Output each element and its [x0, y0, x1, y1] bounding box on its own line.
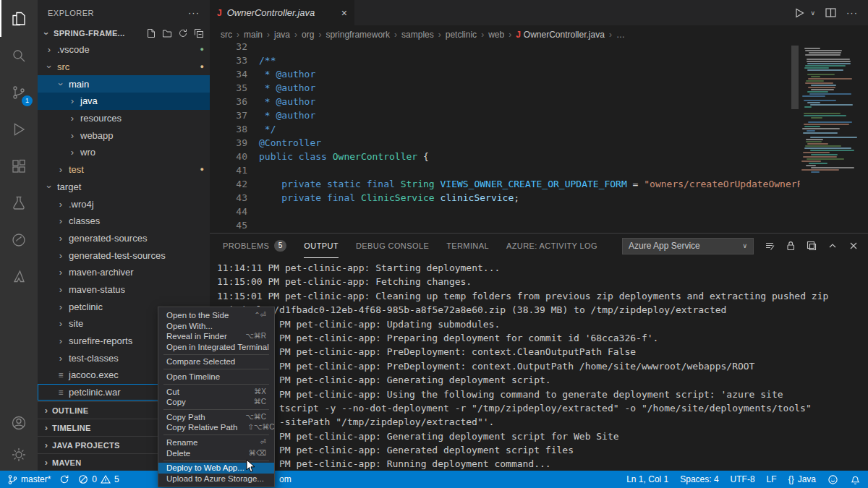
explorer-more-icon[interactable]: ··· — [188, 7, 200, 18]
breadcrumb-item-web[interactable]: web — [488, 30, 504, 40]
menu-item-rename[interactable]: Rename⏎ — [158, 437, 274, 448]
breadcrumb-more[interactable]: … — [616, 30, 625, 40]
chevron-right-icon: › — [41, 440, 52, 450]
clear-output-icon[interactable] — [764, 240, 775, 252]
panel-tab-problems[interactable]: PROBLEMS5 — [223, 234, 286, 258]
collapse-all-icon[interactable] — [194, 28, 204, 38]
source-control-icon[interactable]: 1 — [0, 74, 38, 111]
output-line: /zipdeploy/d1fbadc0-12eb-4f68-985b-a8f5e… — [217, 303, 868, 317]
breadcrumb-item-samples[interactable]: samples — [401, 30, 434, 40]
menu-item-reveal-in-finder[interactable]: Reveal in Finder⌥⌘R — [158, 331, 274, 342]
tab-ownercontroller-java[interactable]: J OwnerController.java × — [210, 0, 354, 25]
menu-item-open-with[interactable]: Open With... — [158, 321, 274, 332]
close-icon[interactable]: × — [341, 7, 347, 19]
menu-item-cut[interactable]: Cut⌘X — [158, 387, 274, 398]
git-branch-status[interactable]: master* — [7, 474, 51, 485]
menu-item-shortcut: ⇧⌥⌘C — [247, 422, 274, 433]
tree-item-java[interactable]: ›java — [38, 93, 210, 110]
line-content: * @author — [259, 81, 315, 95]
breadcrumb-item-org[interactable]: org — [302, 30, 314, 40]
line-number: 35 — [210, 81, 247, 95]
notifications-bell-icon[interactable] — [850, 474, 861, 485]
menu-item-open-to-the-side[interactable]: Open to the Side⌃⏎ — [158, 310, 274, 321]
panel-tab-output[interactable]: OUTPUT — [304, 234, 339, 258]
run-button[interactable] — [793, 7, 806, 20]
tree-item-maven-status[interactable]: ›maven-status — [38, 281, 210, 299]
menu-item-deploy-to-web-app[interactable]: Deploy to Web App... — [158, 463, 274, 474]
code-line-41: 41 — [210, 163, 868, 177]
encoding[interactable]: UTF-8 — [731, 474, 755, 484]
tree-item-classes[interactable]: ›classes — [38, 213, 210, 230]
tree-item-maven-archiver[interactable]: ›maven-archiver — [38, 264, 210, 281]
menu-item-upload-to-azure-storage[interactable]: Upload to Azure Storage... — [158, 474, 274, 484]
tree-item-wro[interactable]: ›wro — [38, 144, 210, 161]
azure-icon[interactable] — [0, 258, 38, 295]
menu-item-label: Copy Path — [166, 412, 205, 423]
account-icon[interactable] — [0, 407, 38, 439]
lock-icon[interactable] — [785, 240, 796, 252]
menu-item-delete[interactable]: Delete⌘⌫ — [158, 448, 274, 459]
panel-tab-debug-console[interactable]: DEBUG CONSOLE — [356, 234, 429, 258]
breadcrumb-item-src[interactable]: src — [221, 30, 232, 40]
cursor-position[interactable]: Ln 1, Col 1 — [626, 474, 668, 484]
menu-item-copy[interactable]: Copy⌘C — [158, 397, 274, 408]
language-mode[interactable]: {} Java — [788, 474, 816, 484]
tree-item-test[interactable]: ›test● — [38, 161, 210, 179]
panel-tab-terminal[interactable]: TERMINAL — [446, 234, 489, 258]
scrollbar-thumb[interactable] — [791, 46, 799, 109]
output-log[interactable]: 11:14:11 PM pet-clinic-app: Starting dep… — [217, 261, 868, 471]
menu-item-open-in-integrated-terminal[interactable]: Open in Integrated Terminal — [158, 342, 274, 353]
spring-boot-icon[interactable] — [0, 221, 38, 258]
refresh-icon[interactable] — [178, 28, 188, 38]
panel-tab-azure-activity-log[interactable]: AZURE: ACTIVITY LOG — [506, 234, 597, 258]
code-line-43: 43 private final ClinicService clinicSer… — [210, 191, 868, 205]
tree-item-webapp[interactable]: ›webapp — [38, 127, 210, 144]
code-editor[interactable]: 3233/**34 * @author35 * @author36 * @aut… — [210, 43, 868, 233]
eol-sequence[interactable]: LF — [767, 474, 777, 484]
problems-status[interactable]: 0 5 — [78, 474, 119, 484]
breadcrumb-file[interactable]: JOwnerController.java — [516, 30, 605, 40]
sync-status[interactable] — [59, 474, 69, 484]
menu-item-open-timeline[interactable]: Open Timeline — [158, 372, 274, 382]
tree-item-vscode[interactable]: ›.vscode● — [38, 41, 210, 59]
maximize-panel-icon[interactable] — [827, 240, 838, 252]
new-file-icon[interactable] — [146, 28, 156, 38]
chevron-right-icon: › — [67, 113, 78, 124]
minimap-line — [804, 48, 820, 49]
breadcrumb-item-petclinic[interactable]: petclinic — [446, 30, 477, 40]
output-line: PM pet-clinic-app: Running deployment co… — [217, 457, 868, 471]
settings-gear-icon[interactable] — [0, 439, 38, 471]
tree-item-generated-sources[interactable]: ›generated-sources — [38, 230, 210, 247]
tree-item-src[interactable]: ›src● — [38, 59, 210, 76]
tree-item-resources[interactable]: ›resources — [38, 110, 210, 127]
tree-item-target[interactable]: ›target — [38, 179, 210, 196]
sync-icon — [59, 474, 69, 484]
chevron-right-icon: › — [67, 147, 78, 158]
run-debug-icon[interactable] — [0, 111, 38, 147]
menu-item-copy-relative-path[interactable]: Copy Relative Path⇧⌥⌘C — [158, 422, 274, 433]
menu-item-copy-path[interactable]: Copy Path⌥⌘C — [158, 412, 274, 423]
test-explorer-icon[interactable] — [0, 184, 38, 221]
minimap[interactable] — [800, 46, 865, 226]
feedback-smiley-icon[interactable] — [827, 474, 838, 485]
tree-item-wro4j[interactable]: ›.wro4j — [38, 195, 210, 213]
indentation[interactable]: Spaces: 4 — [680, 474, 718, 484]
search-icon[interactable] — [0, 37, 38, 74]
breadcrumb-item-main[interactable]: main — [244, 30, 263, 40]
close-panel-icon[interactable] — [848, 240, 859, 252]
breadcrumb-item-springframework[interactable]: springframework — [326, 30, 390, 40]
editor-more-icon[interactable]: ··· — [846, 7, 858, 18]
split-editor-icon[interactable] — [825, 7, 837, 19]
open-in-editor-icon[interactable] — [806, 240, 817, 252]
output-channel-dropdown[interactable]: Azure App Service ∨ — [622, 238, 754, 254]
breadcrumb-item-java[interactable]: java — [274, 30, 290, 40]
folder-section-header[interactable]: › SPRING-FRAME... — [38, 25, 210, 41]
extensions-icon[interactable] — [0, 147, 38, 184]
explorer-icon[interactable] — [0, 0, 38, 37]
chevron-down-icon[interactable]: ∨ — [810, 9, 815, 17]
tree-item-main[interactable]: ›main — [38, 75, 210, 93]
menu-separator — [163, 384, 269, 385]
new-folder-icon[interactable] — [162, 28, 172, 38]
menu-item-compare-selected[interactable]: Compare Selected — [158, 356, 274, 367]
tree-item-generated-test-sources[interactable]: ›generated-test-sources — [38, 247, 210, 264]
